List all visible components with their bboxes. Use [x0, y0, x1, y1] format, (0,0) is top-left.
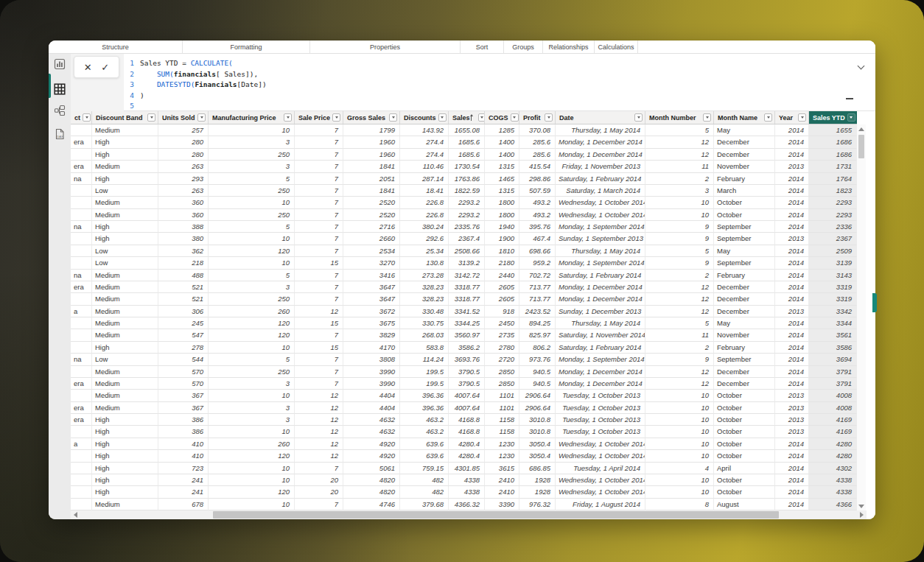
cell[interactable]: December	[714, 293, 775, 305]
cell[interactable]: 285.6	[519, 136, 556, 148]
cell[interactable]: 4169	[809, 414, 857, 426]
cell[interactable]: Tuesday, 1 October 2013	[556, 426, 645, 438]
cell[interactable]: 482	[400, 474, 449, 486]
cell[interactable]: 415.54	[519, 161, 556, 172]
column-header-year[interactable]: Year	[775, 111, 809, 124]
cell[interactable]: 280	[158, 149, 209, 161]
cell[interactable]: 2013	[775, 402, 809, 414]
cell[interactable]: February	[714, 270, 775, 281]
cell[interactable]: 2014	[775, 209, 809, 221]
cell[interactable]: High	[92, 438, 158, 450]
cell[interactable]: 3693.76	[449, 354, 485, 365]
cell[interactable]: 570	[158, 378, 209, 390]
cell[interactable]: 3010.8	[519, 426, 556, 438]
cell[interactable]: Saturday, 1 February 2014	[556, 342, 645, 354]
vertical-scrollbar[interactable]	[857, 124, 866, 510]
cell[interactable]: 3319	[809, 281, 857, 293]
cell[interactable]: 5	[209, 173, 295, 185]
cell[interactable]: 3560.97	[449, 329, 485, 341]
cell[interactable]: 2014	[775, 197, 809, 208]
cell[interactable]: 1841	[343, 161, 400, 172]
cell[interactable]: 547	[158, 329, 209, 341]
cell[interactable]: 5	[209, 270, 295, 281]
cell[interactable]: 18.41	[400, 185, 449, 197]
cell[interactable]: 1158	[485, 426, 519, 438]
cell[interactable]: 2014	[775, 149, 809, 161]
cell[interactable]: Thursday, 1 May 2014	[556, 317, 645, 329]
cell[interactable]: 1928	[519, 486, 556, 498]
column-filter-dropdown[interactable]	[83, 113, 91, 122]
cell[interactable]: 12	[295, 438, 343, 450]
cell[interactable]	[71, 197, 92, 208]
cell[interactable]: Wednesday, 1 October 2014	[556, 197, 645, 208]
cell[interactable]: 3790.5	[449, 378, 485, 390]
cell[interactable]: 12	[295, 390, 343, 401]
column-header-profit[interactable]: Profit	[519, 111, 556, 124]
cell[interactable]: 10	[209, 197, 295, 208]
cell[interactable]: 379.68	[400, 499, 449, 510]
column-header-sales-ytd[interactable]: Sales YTD	[809, 111, 857, 124]
cell[interactable]: Medium	[92, 390, 158, 401]
cell[interactable]: 7	[295, 281, 343, 293]
cell[interactable]: 7	[295, 245, 343, 257]
cell[interactable]: Wednesday, 1 October 2014	[556, 450, 645, 462]
cell[interactable]: 2367.4	[449, 233, 485, 245]
cell[interactable]: 583.8	[400, 342, 449, 354]
cell[interactable]: December	[714, 149, 775, 161]
cell[interactable]: 3142.72	[449, 270, 485, 281]
cell[interactable]: October	[714, 414, 775, 426]
column-filter-dropdown[interactable]	[389, 113, 397, 122]
cell[interactable]: 1465	[485, 173, 519, 185]
cell[interactable]: 10	[645, 486, 714, 498]
cell[interactable]: 3319	[809, 293, 857, 305]
scroll-up-arrow-icon[interactable]	[858, 126, 864, 132]
cell[interactable]: 5	[645, 317, 714, 329]
cell[interactable]: 380	[158, 233, 209, 245]
cell[interactable]: 263	[158, 185, 209, 197]
cell[interactable]: Medium	[92, 378, 158, 390]
cell[interactable]: Saturday, 1 February 2014	[556, 173, 645, 185]
cell[interactable]: 2014	[775, 438, 809, 450]
cell[interactable]: 2014	[775, 185, 809, 197]
cell[interactable]: Tuesday, 1 April 2014	[556, 463, 645, 474]
cell[interactable]: September	[714, 233, 775, 245]
cell[interactable]: 1823	[809, 185, 857, 197]
cell[interactable]: 410	[158, 438, 209, 450]
cell[interactable]: 10	[645, 197, 714, 208]
cell[interactable]: 10	[645, 209, 714, 221]
cell[interactable]: 2	[645, 342, 714, 354]
cell[interactable]: 2180	[485, 257, 519, 269]
ribbon-group-properties[interactable]: Properties	[310, 41, 461, 53]
cell[interactable]: 2509	[809, 245, 857, 257]
cell[interactable]: 4404	[343, 390, 400, 401]
cell[interactable]: 1285	[485, 124, 519, 136]
cell[interactable]: 1810	[485, 245, 519, 257]
cell[interactable]: 2367	[809, 233, 857, 245]
cell[interactable]: Saturday, 1 February 2014	[556, 270, 645, 281]
cell[interactable]: 2735	[485, 329, 519, 341]
cell[interactable]: October	[714, 474, 775, 486]
cell[interactable]: Medium	[92, 209, 158, 221]
cell[interactable]	[71, 185, 92, 197]
cell[interactable]: Medium	[92, 306, 158, 317]
cell[interactable]: 380.24	[400, 221, 449, 233]
cell[interactable]: 273.28	[400, 270, 449, 281]
column-header-manufacturing-price[interactable]: Manufacturing Price	[209, 111, 295, 124]
cell[interactable]: 686.85	[519, 463, 556, 474]
cell[interactable]: 4820	[343, 474, 400, 486]
cell[interactable]	[71, 390, 92, 401]
cell[interactable]	[71, 329, 92, 341]
cell[interactable]: 4302	[809, 463, 857, 474]
cell[interactable]: 2014	[775, 317, 809, 329]
cell[interactable]: 1800	[485, 209, 519, 221]
cell[interactable]: 2014	[775, 293, 809, 305]
cell[interactable]: 120	[209, 450, 295, 462]
cell[interactable]: 7	[295, 366, 343, 378]
cell[interactable]: Low	[92, 185, 158, 197]
cell[interactable]: Monday, 1 September 2014	[556, 221, 645, 233]
cell[interactable]: 2534	[343, 245, 400, 257]
cell[interactable]: 10	[209, 463, 295, 474]
cell[interactable]: 3	[209, 136, 295, 148]
cell[interactable]: 10	[645, 438, 714, 450]
cell[interactable]: 1928	[519, 474, 556, 486]
